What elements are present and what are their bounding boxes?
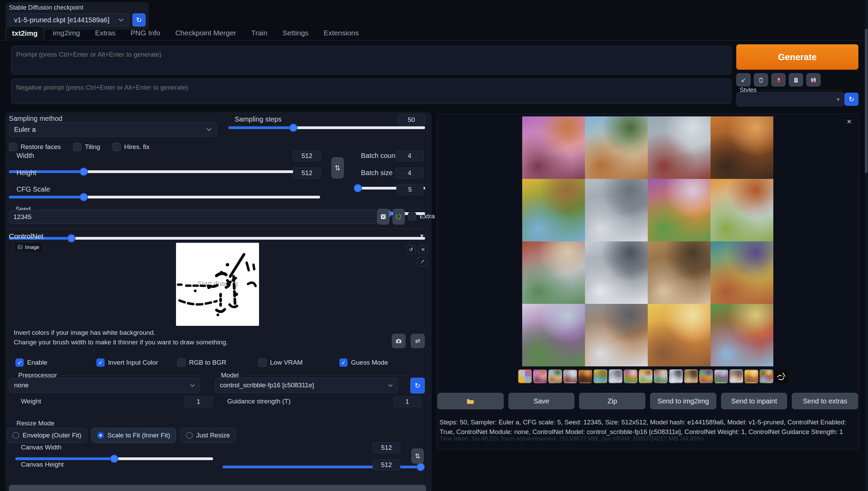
reuse-seed-button[interactable]: [392, 209, 405, 225]
cn-guess-mode-checkbox[interactable]: [339, 358, 348, 367]
clipboard-button[interactable]: [789, 73, 803, 87]
thumbnail-image-13[interactable]: [714, 369, 728, 383]
slider-handle[interactable]: [110, 455, 118, 463]
thumbnail-image-16[interactable]: [760, 369, 773, 383]
radio-icon[interactable]: [12, 432, 19, 439]
thumbnail-image-3[interactable]: [563, 369, 577, 383]
gallery-image-4[interactable]: [711, 116, 773, 179]
sampling-method-select[interactable]: Euler a: [9, 122, 217, 137]
batch-size-input[interactable]: 4: [395, 168, 424, 179]
thumbnail-image-1[interactable]: [533, 369, 547, 383]
undo-icon[interactable]: ↺: [406, 245, 416, 254]
brush-icon[interactable]: [418, 257, 427, 266]
cn-rgb-to-bgr-item[interactable]: RGB to BGR: [177, 358, 258, 367]
thumbnail-image-10[interactable]: [669, 369, 683, 383]
window-scrollbar-thumb[interactable]: [865, 29, 868, 173]
thumbnail-image-12[interactable]: [699, 369, 713, 383]
styles-select[interactable]: ▾: [736, 92, 845, 106]
gallery-image-6[interactable]: [585, 179, 648, 241]
window-scrollbar-track[interactable]: [865, 0, 868, 491]
cn-invert-input-color-checkbox[interactable]: [96, 358, 105, 367]
swap-width-height-button[interactable]: ⇅: [331, 157, 344, 179]
swap-canvas-dims-button[interactable]: ⇅: [411, 448, 424, 464]
tab-checkpoint-merger[interactable]: Checkpoint Merger: [169, 26, 243, 40]
tab-img2img[interactable]: img2img: [46, 26, 86, 40]
checkpoint-select[interactable]: v1-5-pruned.ckpt [e1441589a6]: [9, 13, 129, 26]
seed-input[interactable]: 12345: [9, 210, 377, 224]
radio-icon[interactable]: [186, 432, 193, 439]
thumbnail-image-2[interactable]: [548, 369, 562, 383]
gallery-image-1[interactable]: [522, 116, 585, 179]
cn-low-vram-item[interactable]: Low VRAM: [258, 358, 339, 367]
thumbnail-image-15[interactable]: [744, 369, 758, 383]
thumbnail-scribble[interactable]: [775, 369, 788, 383]
random-seed-button[interactable]: [377, 209, 389, 225]
send-to-img2img-button[interactable]: Send to img2img: [650, 393, 716, 409]
cn-enable-checkbox[interactable]: [15, 358, 24, 367]
cn-enable-item[interactable]: Enable: [15, 358, 96, 367]
zip-button[interactable]: Zip: [579, 393, 645, 409]
save-style-button[interactable]: [806, 73, 821, 87]
refresh-models-button[interactable]: ↻: [410, 378, 425, 393]
refresh-styles-button[interactable]: ↻: [845, 93, 858, 106]
seed-extra-checkbox[interactable]: [408, 212, 416, 220]
refresh-checkpoint-button[interactable]: ↻: [132, 13, 145, 26]
radio-icon[interactable]: [97, 432, 104, 439]
save-button[interactable]: Save: [508, 393, 575, 409]
gallery-image-11[interactable]: [648, 241, 711, 304]
gallery-image-3[interactable]: [648, 116, 711, 179]
gallery-close-icon[interactable]: ×: [847, 117, 852, 126]
model-select[interactable]: control_scribble-fp16 [c508311e]: [215, 378, 398, 393]
thumbnail-image-9[interactable]: [654, 369, 668, 383]
prompt-input[interactable]: [11, 46, 731, 75]
open-folder-button[interactable]: [437, 393, 504, 409]
cn-rgb-to-bgr-checkbox[interactable]: [177, 358, 186, 367]
resize-option-scale-to-fit-inner-fit-[interactable]: Scale to Fit (Inner Fit): [91, 428, 176, 443]
webcam-button[interactable]: [392, 334, 406, 348]
mirror-webcam-button[interactable]: ⇄: [411, 334, 425, 348]
style-book-button[interactable]: [771, 73, 786, 87]
tab-settings[interactable]: Settings: [276, 26, 315, 40]
toggle-tiling-checkbox[interactable]: [73, 143, 81, 151]
toggle-restore-faces-item[interactable]: Restore faces: [9, 143, 61, 151]
controlnet-title[interactable]: ControlNet: [9, 232, 43, 240]
clear-canvas-icon[interactable]: ✕: [418, 245, 428, 254]
slider-handle[interactable]: [354, 184, 362, 192]
thumbnail-image-8[interactable]: [639, 369, 653, 383]
gallery-image-8[interactable]: [711, 179, 773, 241]
controlnet-image-tab[interactable]: Image: [14, 242, 43, 252]
gallery-image-15[interactable]: [648, 304, 711, 366]
preprocessor-select[interactable]: none: [9, 378, 200, 393]
toggle-restore-faces-checkbox[interactable]: [9, 143, 17, 151]
width-slider[interactable]: [9, 168, 320, 176]
thumbnail-image-4[interactable]: [578, 369, 592, 383]
controlnet-canvas[interactable]: Start drawing: [176, 243, 259, 326]
thumbnail-grid-overview[interactable]: [518, 369, 532, 383]
collapsed-section-strip[interactable]: [9, 485, 426, 491]
canvas-width-input[interactable]: 512: [373, 442, 400, 453]
thumbnail-image-11[interactable]: [684, 369, 698, 383]
thumbnail-image-5[interactable]: [594, 369, 607, 383]
gallery-image-16[interactable]: [711, 304, 773, 366]
resize-option-just-resize[interactable]: Just Resize: [180, 428, 236, 443]
cn-invert-input-color-item[interactable]: Invert Input Color: [96, 358, 177, 367]
cn-low-vram-checkbox[interactable]: [258, 358, 267, 367]
gallery-image-14[interactable]: [585, 304, 648, 366]
toggle-hires-fix-item[interactable]: Hires. fix: [113, 143, 150, 151]
sampling-steps-slider[interactable]: [228, 124, 425, 132]
cfg-scale-input[interactable]: 5: [396, 184, 424, 195]
batch-count-input[interactable]: 4: [395, 150, 424, 161]
gallery-image-13[interactable]: [522, 304, 585, 366]
slider-handle[interactable]: [417, 463, 425, 471]
thumbnail-image-7[interactable]: [624, 369, 637, 383]
gallery-image-5[interactable]: [522, 179, 585, 241]
gallery-image-2[interactable]: [585, 116, 648, 179]
height-slider[interactable]: [9, 193, 320, 201]
width-input[interactable]: 512: [293, 150, 321, 161]
slider-handle[interactable]: [67, 234, 75, 242]
toggle-hires-fix-checkbox[interactable]: [113, 143, 121, 151]
tab-txt2img[interactable]: txt2img: [5, 26, 44, 41]
tab-extensions[interactable]: Extensions: [317, 26, 365, 40]
trash-button[interactable]: [754, 73, 768, 87]
seed-extra-checkbox-item[interactable]: Extra: [408, 212, 435, 220]
